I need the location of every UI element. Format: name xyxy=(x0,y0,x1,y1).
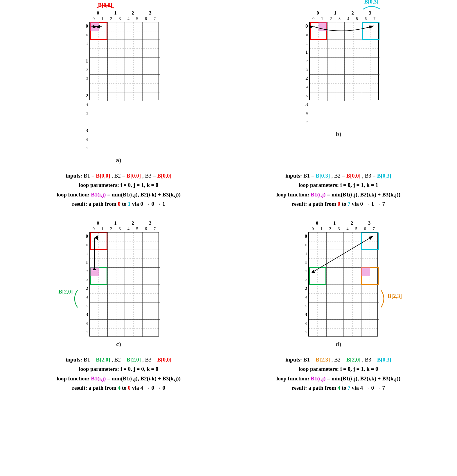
outer-col-3-a: 3 xyxy=(142,10,159,16)
diagram-b-section: 0 1 2 3 B[0,3] 0 1 2 3 4 5 6 7 xyxy=(228,6,448,168)
outer-col-1-a: 1 xyxy=(107,10,124,16)
grid-lines-c xyxy=(90,232,160,337)
diagram-label-d: d) xyxy=(336,340,341,348)
info-d-loop-func: loop function: B1(i,j) = min(B1(i,j), B2… xyxy=(276,374,400,383)
inner-col-label-a: 0 xyxy=(89,17,98,21)
diagram-a-section: B[0,0] 0 1 2 3 0 1 2 3 4 5 6 7 xyxy=(9,6,228,168)
grid-lines-b xyxy=(310,22,379,101)
grid-d xyxy=(308,232,378,337)
bracket-arc-a xyxy=(95,1,116,10)
info-c-loop-func: loop function: B1(i,j) = min(B1(i,j), B2… xyxy=(57,374,181,383)
diagram-label-a: a) xyxy=(116,156,121,164)
info-b-inputs: inputs: B1 = B[0,3] , B2 = B[0,0] , B3 =… xyxy=(285,171,391,180)
info-c-result: result: a path from 4 to 0 via 4 → 0 → 0 xyxy=(72,383,165,393)
info-b-loop-func: loop function: B1(i,j) = min(B1(i,j), B2… xyxy=(276,190,400,199)
bracket-label-d: B[2,3] xyxy=(388,293,402,299)
info-b: inputs: B1 = B[0,3] , B2 = B[0,0] , B3 =… xyxy=(228,168,448,216)
info-b-result: result: a path from 0 to 7 via 0 → 1 → 7 xyxy=(292,199,385,209)
grid-b xyxy=(309,22,379,100)
grid-a xyxy=(89,22,159,100)
info-d-loop-params: loop parameters: i = 0, j = 1, k = 0 xyxy=(298,364,378,374)
info-d-inputs: inputs: B1 = B[2,3] , B2 = B[2,0] , B3 =… xyxy=(285,355,391,364)
info-a: inputs: B1 = B[0,0] , B2 = B[0,0] , B3 =… xyxy=(9,168,228,216)
grid-c xyxy=(89,232,159,337)
diagram-d-section: 0 1 2 3 0 1 2 3 4 5 6 7 0 0 1 xyxy=(228,216,448,352)
diagram-c-section: 0 1 2 3 0 1 2 3 4 5 6 7 0 0 1 xyxy=(9,216,228,352)
bracket-arc-c xyxy=(70,289,79,309)
info-c: inputs: B1 = B[2,0] , B2 = B[2,0] , B3 =… xyxy=(9,352,228,400)
info-a-result: result: a path from 0 to 1 via 0 → 0 → 1 xyxy=(72,199,165,209)
info-c-inputs: inputs: B1 = B[2,0] , B2 = B[2,0] , B3 =… xyxy=(66,355,172,364)
diagram-label-c: c) xyxy=(116,340,121,348)
bracket-label-b: B[0,3] xyxy=(364,0,379,5)
info-a-loop-params: loop parameters: i = 0, j = 1, k = 0 xyxy=(79,180,158,190)
info-a-inputs: inputs: B1 = B[0,0] , B2 = B[0,0] , B3 =… xyxy=(66,171,172,180)
main-container: B[0,0] 0 1 2 3 0 1 2 3 4 5 6 7 xyxy=(0,0,457,406)
grid-lines-d xyxy=(309,232,379,337)
diagram-label-b: b) xyxy=(336,130,341,138)
info-b-loop-params: loop parameters: i = 0, j = 1, k = 1 xyxy=(298,180,378,190)
info-d-result: result: a path from 4 to 7 via 4 → 0 → 7 xyxy=(292,383,385,393)
outer-col-2-a: 2 xyxy=(124,10,142,16)
bracket-arc-d xyxy=(379,289,388,309)
grid-lines-a xyxy=(90,22,160,101)
info-a-loop-func: loop function: B1(i,j) = min(B1(i,j), B2… xyxy=(57,190,181,199)
info-c-loop-params: loop parameters: i = 0, j = 0, k = 0 xyxy=(79,364,158,374)
info-d: inputs: B1 = B[2,3] , B2 = B[2,0] , B3 =… xyxy=(228,352,448,400)
outer-col-0-a: 0 xyxy=(89,10,107,16)
